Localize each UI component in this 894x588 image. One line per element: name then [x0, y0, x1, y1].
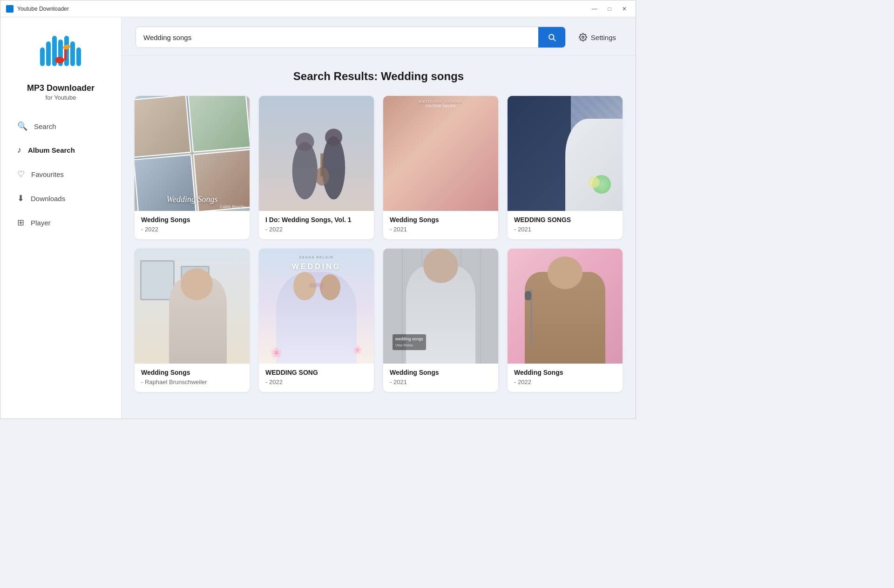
album-card[interactable]: Wedding Songs Caleb Beachy Wedding Songs… [135, 96, 250, 239]
titlebar-title: Youtube Downloader [17, 6, 589, 12]
gear-icon [579, 33, 587, 41]
titlebar: Youtube Downloader — □ ✕ [0, 0, 636, 17]
svg-point-17 [325, 128, 342, 146]
svg-rect-5 [70, 41, 75, 66]
album-meta: - 2022 [141, 226, 243, 233]
album-info: Wedding Songs - Raphael Brunschweiler [135, 364, 250, 385]
search-input[interactable] [136, 28, 538, 47]
close-button[interactable]: ✕ [619, 3, 630, 14]
svg-line-11 [553, 39, 555, 41]
album-title: WEDDING SONG [265, 368, 367, 377]
album-card[interactable]: I Do: Wedding Songs, Vol. 1 - 2022 [259, 96, 374, 239]
album-info: WEDDING SONG - 2022 [259, 364, 374, 385]
album-card[interactable]: WEDDING SONGS #SLEEM #&LOH Wedding Songs… [383, 96, 498, 239]
album-meta: - 2022 [265, 378, 367, 385]
sidebar-item-player[interactable]: ⊞ Player [8, 211, 114, 234]
album-title: Wedding Songs [514, 368, 616, 377]
album-meta: - 2022 [514, 378, 616, 385]
sidebar-label-search: Search [34, 122, 56, 130]
logo-container: MP3 Downloader for Youtube [27, 31, 95, 101]
logo-icon [38, 31, 84, 78]
sidebar-item-favourites[interactable]: ♡ Favourites [8, 163, 114, 185]
album-meta: - 2021 [390, 378, 492, 385]
album-title: I Do: Wedding Songs, Vol. 1 [265, 216, 367, 224]
album-info: Wedding Songs - 2022 [135, 211, 250, 233]
topbar: Settings [122, 17, 636, 56]
album-card[interactable]: WEDDING SONGS - 2021 [508, 96, 623, 239]
player-icon: ⊞ [17, 217, 24, 228]
svg-rect-6 [76, 47, 81, 66]
favourites-icon: ♡ [17, 169, 25, 179]
album-card[interactable]: WEDDING song SASHA BELAIR 🌸 🌸 WEDDING SO… [259, 249, 374, 392]
album-card[interactable]: Wedding Songs - Raphael Brunschweiler [135, 249, 250, 392]
album-meta: - Raphael Brunschweiler [141, 378, 243, 385]
album-title: Wedding Songs [390, 216, 492, 224]
album-art: WEDDING SONGS #SLEEM #&LOH [383, 96, 498, 211]
sidebar-label-album-search: Album Search [28, 146, 75, 154]
search-icon [548, 33, 556, 41]
album-art [508, 249, 623, 364]
album-info: Wedding Songs - 2021 [383, 211, 498, 233]
app-body: MP3 Downloader for Youtube 🔍 Search ♪ Al… [0, 17, 636, 419]
album-meta: - 2021 [390, 226, 492, 233]
album-meta: - 2021 [514, 226, 616, 233]
sidebar-item-downloads[interactable]: ⬇ Downloads [8, 187, 114, 210]
album-info: WEDDING SONGS - 2021 [508, 211, 623, 233]
settings-label: Settings [591, 34, 616, 41]
minimize-button[interactable]: — [589, 3, 600, 14]
window-controls: — □ ✕ [589, 3, 630, 14]
svg-point-15 [296, 133, 314, 151]
sidebar: MP3 Downloader for Youtube 🔍 Search ♪ Al… [0, 17, 122, 419]
sidebar-item-album-search[interactable]: ♪ Album Search [8, 139, 114, 161]
album-art [508, 96, 623, 211]
album-card[interactable]: wedding songsVibe Relax Wedding Songs - … [383, 249, 498, 392]
maximize-button[interactable]: □ [604, 3, 615, 14]
svg-point-9 [62, 44, 70, 50]
app-subtitle: for Youtube [46, 94, 76, 101]
search-wrapper [135, 27, 566, 48]
app-icon [6, 5, 14, 13]
svg-rect-19 [320, 154, 324, 176]
svg-rect-0 [40, 47, 45, 66]
album-art [259, 96, 374, 211]
album-title: Wedding Songs [141, 368, 243, 377]
album-card[interactable]: Wedding Songs - 2022 [508, 249, 623, 392]
search-icon: 🔍 [17, 121, 27, 131]
search-button[interactable] [538, 27, 565, 47]
app-name: MP3 Downloader [27, 83, 95, 93]
downloads-icon: ⬇ [17, 193, 24, 203]
svg-point-12 [582, 36, 584, 39]
svg-rect-1 [46, 41, 51, 66]
album-art: wedding songsVibe Relax [383, 249, 498, 364]
album-info: Wedding Songs - 2021 [383, 364, 498, 385]
results-area: Search Results: Wedding songs Wedding So… [122, 56, 636, 419]
album-info: Wedding Songs - 2022 [508, 364, 623, 385]
album-search-icon: ♪ [17, 145, 21, 155]
sidebar-item-search[interactable]: 🔍 Search [8, 115, 114, 137]
results-grid: Wedding Songs Caleb Beachy Wedding Songs… [135, 96, 623, 392]
logo-svg [38, 31, 84, 73]
album-title: Wedding Songs [390, 368, 492, 377]
svg-rect-13 [259, 96, 374, 211]
album-meta: - 2022 [265, 226, 367, 233]
sidebar-label-favourites: Favourites [31, 170, 64, 178]
album-title: Wedding Songs [141, 216, 243, 224]
album-info: I Do: Wedding Songs, Vol. 1 - 2022 [259, 211, 374, 233]
settings-button[interactable]: Settings [573, 29, 622, 45]
album-title: WEDDING SONGS [514, 216, 616, 224]
album-art: WEDDING song SASHA BELAIR 🌸 🌸 [259, 249, 374, 364]
album-art: Wedding Songs Caleb Beachy [135, 96, 250, 211]
main-content: Settings Search Results: Wedding songs W… [122, 17, 636, 419]
results-title: Search Results: Wedding songs [135, 70, 623, 83]
svg-point-7 [55, 57, 64, 63]
album-art [135, 249, 250, 364]
nav-list: 🔍 Search ♪ Album Search ♡ Favourites ⬇ D… [0, 115, 121, 236]
sidebar-label-player: Player [31, 219, 51, 227]
sidebar-label-downloads: Downloads [31, 195, 65, 203]
